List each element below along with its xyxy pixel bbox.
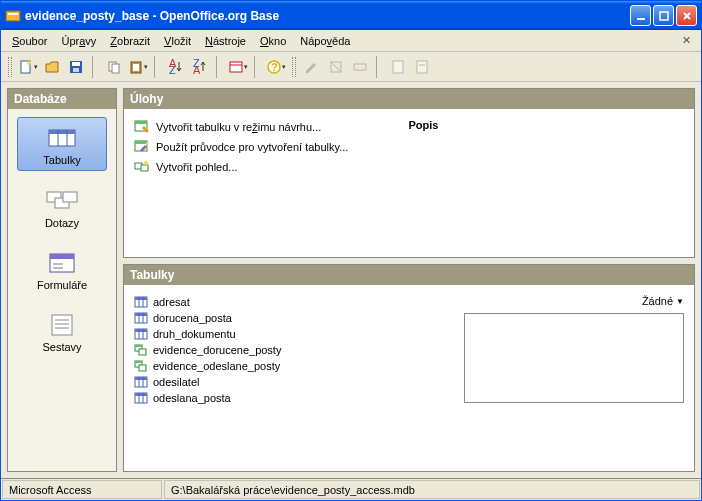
tables-panel: Tabulky adresat dorucena_posta xyxy=(123,264,695,472)
nav-label: Dotazy xyxy=(45,217,79,229)
svg-rect-30 xyxy=(49,130,75,134)
svg-rect-71 xyxy=(135,377,147,380)
table-item-dorucena-posta[interactable]: dorucena_posta xyxy=(134,311,281,325)
nav-formulare[interactable]: Formuláře xyxy=(17,243,107,295)
app-window: evidence_posty_base - OpenOffice.org Bas… xyxy=(0,0,702,501)
menu-napoveda[interactable]: Nápověda xyxy=(293,33,357,49)
table-item-druh-dokumentu[interactable]: druh_dokumentu xyxy=(134,327,281,341)
menu-okno[interactable]: Okno xyxy=(253,33,293,49)
svg-rect-12 xyxy=(112,64,119,73)
tasks-panel-header: Úlohy xyxy=(124,89,694,109)
copy-button[interactable] xyxy=(103,56,125,78)
window-title: evidence_posty_base - OpenOffice.org Bas… xyxy=(25,9,630,23)
statusbar: Microsoft Access G:\Bakalářská práce\evi… xyxy=(1,478,701,500)
table-item-label: adresat xyxy=(153,296,190,308)
toolbar-handle-2[interactable] xyxy=(292,57,296,77)
preview-box xyxy=(464,313,684,403)
tables-panel-header: Tabulky xyxy=(124,265,694,285)
forms-icon xyxy=(45,249,79,277)
table-item-odeslana-posta[interactable]: odeslana_posta xyxy=(134,391,281,405)
table-icon xyxy=(134,295,148,309)
nav-label: Tabulky xyxy=(43,154,80,166)
svg-point-51 xyxy=(144,161,148,165)
table-item-label: evidence_dorucene_posty xyxy=(153,344,281,356)
svg-rect-53 xyxy=(135,297,147,300)
nav-tabulky[interactable]: Tabulky xyxy=(17,117,107,171)
menu-nastroje[interactable]: Nástroje xyxy=(198,33,253,49)
toolbar-handle[interactable] xyxy=(8,57,12,77)
task-label: Použít průvodce pro vytvoření tabulky... xyxy=(156,141,348,153)
help-button[interactable]: ?▾ xyxy=(265,56,287,78)
table-item-odesilatel[interactable]: odesilatel xyxy=(134,375,281,389)
svg-rect-27 xyxy=(417,61,427,73)
svg-rect-69 xyxy=(135,361,142,363)
sort-asc-button[interactable]: AZ xyxy=(165,56,187,78)
close-document-button[interactable]: ✕ xyxy=(676,32,697,49)
svg-rect-3 xyxy=(660,12,668,20)
svg-rect-10 xyxy=(73,68,79,72)
table-item-label: dorucena_posta xyxy=(153,312,232,324)
reports-icon xyxy=(45,311,79,339)
open-button[interactable] xyxy=(41,56,63,78)
table-icon xyxy=(134,391,148,405)
status-path: G:\Bakalářská práce\evidence_posty_acces… xyxy=(164,480,700,499)
table-wizard-icon xyxy=(134,139,150,155)
queries-icon xyxy=(45,187,79,215)
table-item-adresat[interactable]: adresat xyxy=(134,295,281,309)
svg-point-48 xyxy=(146,143,149,146)
svg-rect-1 xyxy=(8,13,18,15)
edit-button[interactable] xyxy=(301,56,323,78)
svg-rect-57 xyxy=(135,313,147,316)
task-create-view[interactable]: Vytvořit pohled... xyxy=(134,159,348,175)
query-icon xyxy=(134,359,148,373)
form-button[interactable]: ▾ xyxy=(227,56,249,78)
svg-rect-65 xyxy=(139,349,146,355)
maximize-button[interactable] xyxy=(653,5,674,26)
preview-dropdown[interactable]: Žádné ▼ xyxy=(642,295,684,307)
svg-rect-68 xyxy=(139,365,146,371)
menu-soubor[interactable]: Soubor xyxy=(5,33,54,49)
svg-rect-35 xyxy=(63,192,77,202)
svg-rect-66 xyxy=(135,345,142,347)
rename-button[interactable] xyxy=(349,56,371,78)
titlebar[interactable]: evidence_posty_base - OpenOffice.org Bas… xyxy=(1,1,701,30)
menu-upravy[interactable]: Úpravy xyxy=(54,33,103,49)
svg-rect-39 xyxy=(53,267,63,269)
svg-rect-45 xyxy=(135,121,147,124)
table-item-label: druh_dokumentu xyxy=(153,328,236,340)
svg-rect-25 xyxy=(354,64,366,70)
table-item-evidence-dorucene[interactable]: evidence_dorucene_posty xyxy=(134,343,281,357)
nav-label: Sestavy xyxy=(42,341,81,353)
nav-dotazy[interactable]: Dotazy xyxy=(17,181,107,233)
svg-rect-50 xyxy=(141,165,148,171)
sort-desc-button[interactable]: ZA xyxy=(189,56,211,78)
table-item-label: odesilatel xyxy=(153,376,199,388)
chevron-down-icon: ▼ xyxy=(676,297,684,306)
database-panel-header: Databáze xyxy=(8,89,116,109)
nav-label: Formuláře xyxy=(37,279,87,291)
report-button[interactable] xyxy=(387,56,409,78)
task-create-table-design[interactable]: Vytvořit tabulku v režimu návrhu... xyxy=(134,119,348,135)
nav-sestavy[interactable]: Sestavy xyxy=(17,305,107,357)
svg-rect-47 xyxy=(135,141,147,144)
close-button[interactable] xyxy=(676,5,697,26)
table-item-evidence-odeslane[interactable]: evidence_odeslane_posty xyxy=(134,359,281,373)
menu-vlozit[interactable]: Vložit xyxy=(157,33,198,49)
menu-zobrazit[interactable]: Zobrazit xyxy=(103,33,157,49)
task-create-table-wizard[interactable]: Použít průvodce pro vytvoření tabulky... xyxy=(134,139,348,155)
svg-rect-9 xyxy=(72,62,80,66)
app-icon xyxy=(5,8,21,24)
save-button[interactable] xyxy=(65,56,87,78)
delete-button[interactable] xyxy=(325,56,347,78)
svg-rect-2 xyxy=(637,18,645,20)
table-item-label: evidence_odeslane_posty xyxy=(153,360,280,372)
minimize-button[interactable] xyxy=(630,5,651,26)
new-button[interactable]: ▾ xyxy=(17,56,39,78)
report2-button[interactable] xyxy=(411,56,433,78)
svg-line-24 xyxy=(331,62,341,72)
svg-rect-19 xyxy=(230,62,242,72)
task-label: Vytvořit pohled... xyxy=(156,161,238,173)
table-icon xyxy=(134,311,148,325)
paste-button[interactable]: ▾ xyxy=(127,56,149,78)
svg-text:Z: Z xyxy=(169,64,176,75)
